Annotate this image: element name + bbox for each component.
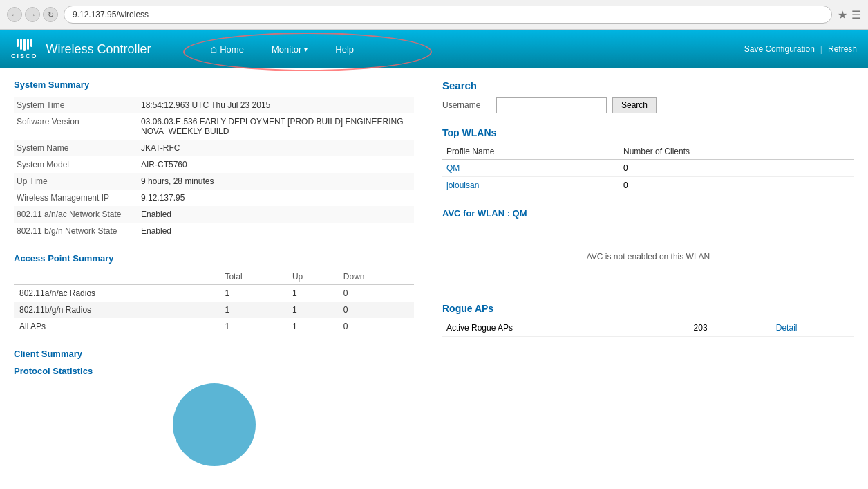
system-info-value: 9.12.137.95 (138, 190, 414, 206)
monitor-chevron-icon: ▾ (304, 46, 308, 53)
nav-home-label: Home (220, 44, 244, 55)
browser-nav-buttons: ← → ↻ (7, 7, 58, 22)
search-row: Username Search (442, 97, 854, 113)
system-info-row: Up Time 9 hours, 28 minutes (14, 173, 414, 190)
system-info-label: System Time (14, 97, 138, 113)
nav-home[interactable]: ⌂ Home (197, 30, 258, 68)
system-info-value: AIR-CT5760 (138, 156, 414, 173)
home-icon: ⌂ (211, 43, 218, 55)
system-info-value: JKAT-RFC (138, 140, 414, 156)
address-bar[interactable]: 9.12.137.95/wireless (64, 6, 832, 24)
forward-button[interactable]: → (25, 7, 40, 22)
ap-row-up: 1 (287, 302, 338, 318)
avc-title: AVC for WLAN : QM (442, 208, 854, 219)
rogue-table: Active Rogue APs 203 Detail (442, 320, 854, 337)
wlans-row: QM 0 (442, 160, 854, 177)
system-info-row: System Model AIR-CT5760 (14, 156, 414, 173)
system-info-value: 9 hours, 28 minutes (138, 173, 414, 190)
system-info-value: 03.06.03.E.536 EARLY DEPLOYMENT [PROD BU… (138, 113, 414, 140)
cisco-logo-area: CISCO Wireless Controller (0, 30, 162, 68)
system-info-row: 802.11 b/g/n Network State Enabled (14, 223, 414, 239)
ap-row-label: 802.11b/g/n Radios (14, 302, 219, 318)
browser-chrome: ← → ↻ 9.12.137.95/wireless ★ ☰ (0, 0, 868, 30)
username-input[interactable] (496, 97, 607, 113)
search-title: Search (442, 80, 854, 91)
ap-row-up: 1 (287, 285, 338, 302)
top-header: CISCO Wireless Controller ⌂ Home Monitor… (0, 30, 868, 68)
controller-title: Wireless Controller (44, 42, 151, 57)
ap-row-total: 1 (219, 285, 287, 302)
system-info-table: System Time 18:54:12.963 UTC Thu Jul 23 … (14, 97, 414, 239)
refresh-link[interactable]: Refresh (828, 44, 857, 54)
wlans-row: jolouisan 0 (442, 177, 854, 194)
system-info-label: System Name (14, 140, 138, 156)
rogue-value: 203 (690, 320, 772, 337)
ap-col-label (14, 269, 219, 285)
system-info-label: 802.11 b/g/n Network State (14, 223, 138, 239)
wlans-col-clients: Number of Clients (619, 144, 854, 160)
header-separator: | (820, 44, 822, 54)
search-section: Search Username Search (442, 80, 854, 113)
ap-summary-row: 802.11b/g/n Radios 1 1 0 (14, 302, 414, 318)
ap-row-total: 1 (219, 302, 287, 318)
bookmark-icon[interactable]: ☰ (851, 8, 861, 21)
system-info-row: System Time 18:54:12.963 UTC Thu Jul 23 … (14, 97, 414, 113)
rogue-aps-section: Rogue APs Active Rogue APs 203 Detail (442, 303, 854, 337)
pie-chart (173, 383, 256, 466)
top-wlans-title: Top WLANs (442, 127, 854, 138)
save-configuration-link[interactable]: Save Configuration (744, 44, 815, 54)
star-icon[interactable]: ★ (838, 8, 847, 21)
nav-help[interactable]: Help (321, 30, 368, 68)
ap-col-down: Down (338, 269, 414, 285)
rogue-aps-title: Rogue APs (442, 303, 854, 314)
protocol-statistics-title: Protocol Statistics (14, 366, 414, 376)
search-button[interactable]: Search (612, 97, 657, 113)
ap-row-up: 1 (287, 318, 338, 335)
system-summary-title: System Summary (14, 80, 414, 90)
browser-actions: ★ ☰ (838, 8, 861, 21)
ap-summary-row: All APs 1 1 0 (14, 318, 414, 335)
wlan-clients: 0 (619, 177, 854, 194)
nav-tabs: ⌂ Home Monitor ▾ Help (162, 30, 368, 68)
wlan-clients: 0 (619, 160, 854, 177)
nav-tabs-area: ⌂ Home Monitor ▾ Help Save Configuration… (162, 30, 868, 68)
ap-summary-row: 802.11a/n/ac Radios 1 1 0 (14, 285, 414, 302)
url-text: 9.12.137.95/wireless (73, 10, 149, 19)
ap-row-label: All APs (14, 318, 219, 335)
username-label: Username (442, 100, 491, 110)
wlans-col-profile: Profile Name (442, 144, 619, 160)
system-info-row: 802.11 a/n/ac Network State Enabled (14, 206, 414, 223)
wlan-profile: QM (442, 160, 619, 177)
rogue-detail-link[interactable]: Detail (776, 323, 798, 333)
header-actions: Save Configuration | Refresh (744, 44, 868, 54)
right-panel: Search Username Search Top WLANs Profile… (428, 68, 868, 489)
wlans-table: Profile Name Number of Clients QM 0 jolo… (442, 144, 854, 194)
rogue-detail-cell: Detail (772, 320, 854, 337)
client-summary-title: Client Summary (14, 349, 414, 359)
nav-monitor[interactable]: Monitor ▾ (258, 30, 321, 68)
ap-summary-title: Access Point Summary (14, 253, 414, 264)
ap-row-down: 0 (338, 302, 414, 318)
avc-section: AVC for WLAN : QM AVC is not enabled on … (442, 208, 854, 289)
pie-chart-area (14, 383, 414, 466)
wlan-profile-link[interactable]: QM (446, 163, 460, 173)
ap-row-down: 0 (338, 318, 414, 335)
reload-button[interactable]: ↻ (43, 7, 58, 22)
system-info-row: Wireless Management IP 9.12.137.95 (14, 190, 414, 206)
wlan-profile: jolouisan (442, 177, 619, 194)
rogue-label: Active Rogue APs (442, 320, 690, 337)
system-info-label: Software Version (14, 113, 138, 140)
back-button[interactable]: ← (7, 7, 22, 22)
cisco-logo: CISCO (11, 39, 38, 59)
ap-col-up: Up (287, 269, 338, 285)
ap-col-total: Total (219, 269, 287, 285)
wlan-profile-link[interactable]: jolouisan (446, 181, 479, 190)
avc-message: AVC is not enabled on this WLAN (442, 224, 854, 289)
system-info-label: Up Time (14, 173, 138, 190)
system-info-value: Enabled (138, 223, 414, 239)
nav-help-label: Help (335, 44, 354, 55)
ap-row-label: 802.11a/n/ac Radios (14, 285, 219, 302)
system-info-label: System Model (14, 156, 138, 173)
ap-row-down: 0 (338, 285, 414, 302)
system-info-value: Enabled (138, 206, 414, 223)
